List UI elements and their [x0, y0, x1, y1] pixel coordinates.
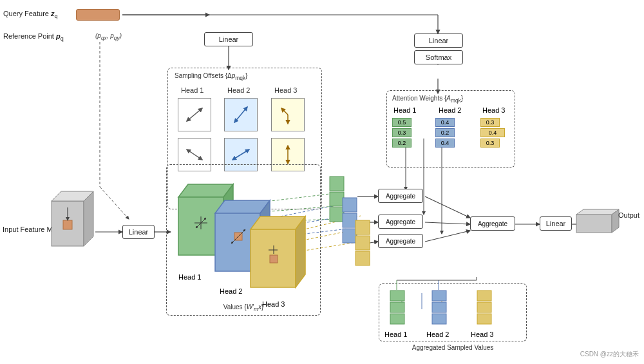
- linear-output: Linear: [540, 216, 572, 231]
- head2-arrow-box: [224, 98, 258, 131]
- svg-rect-48: [63, 220, 72, 229]
- svg-rect-72: [343, 198, 357, 212]
- aggregate-box-2: Aggregate: [378, 215, 423, 229]
- linear-top-center: Linear: [204, 32, 253, 46]
- head2-label-offsets: Head 2: [227, 86, 250, 94]
- attn-head2-label: Head 2: [439, 106, 461, 114]
- aggregate-box-right: Aggregate: [470, 216, 515, 231]
- agg-head3-label: Head 3: [471, 330, 493, 338]
- svg-rect-82: [390, 302, 404, 312]
- agg-head1-label: Head 1: [384, 330, 407, 338]
- svg-line-40: [194, 155, 202, 160]
- values-title: Values {W'mx}: [223, 303, 264, 312]
- aggregated-title: Aggregated Sampled Values: [412, 344, 494, 351]
- svg-marker-65: [296, 216, 305, 287]
- agg-head2-label: Head 2: [426, 330, 449, 338]
- ref-point-label: Reference Point pq: [3, 32, 64, 42]
- attn-head1-label: Head 1: [393, 106, 416, 114]
- sampled-col-yellow: [354, 219, 372, 277]
- svg-rect-69: [330, 177, 344, 191]
- svg-rect-86: [432, 314, 446, 324]
- diagram: Query Feature zq Reference Point pq (pqx…: [0, 0, 644, 364]
- linear-left: Linear: [122, 225, 155, 239]
- svg-line-27: [425, 231, 470, 242]
- svg-line-36: [234, 115, 241, 122]
- svg-line-25: [425, 196, 470, 218]
- svg-rect-88: [477, 302, 491, 312]
- head3-label-values: Head 3: [262, 300, 285, 308]
- head1-label-values: Head 1: [178, 273, 201, 281]
- svg-marker-47: [84, 191, 93, 246]
- attn-col-head1: 0.5 0.3 0.2: [392, 118, 412, 148]
- head3-plane: [244, 204, 321, 307]
- head3-arrow-box: [271, 98, 305, 131]
- aggregate-box-1: Aggregate: [378, 189, 423, 203]
- softmax-box: Softmax: [414, 50, 463, 64]
- svg-rect-75: [355, 220, 370, 235]
- svg-rect-76: [355, 236, 370, 250]
- agg-to-right-agg: [380, 277, 483, 296]
- values-container: Head 1 Head 2 Head 3 V: [166, 164, 321, 316]
- head1-arrow-box: [178, 98, 211, 131]
- query-feature-bar: [76, 9, 120, 21]
- ref-coords: (pqx, pqy): [95, 32, 122, 41]
- svg-line-39: [187, 149, 194, 155]
- svg-line-33: [194, 108, 202, 115]
- svg-rect-77: [355, 251, 370, 265]
- head3-label-offsets: Head 3: [274, 86, 297, 94]
- sampling-offsets-title: Sampling Offsets {Δpmqk}: [175, 72, 247, 81]
- head2-label-values: Head 2: [220, 287, 242, 295]
- svg-line-34: [187, 115, 194, 121]
- svg-line-7: [100, 187, 129, 219]
- attn-col-head2: 0.4 0.2 0.4: [435, 118, 455, 148]
- svg-rect-66: [270, 255, 278, 263]
- attn-col-head3: 0.3 0.4 0.3: [480, 118, 505, 148]
- svg-rect-89: [477, 314, 491, 324]
- attn-head3-label: Head 3: [482, 106, 505, 114]
- svg-rect-83: [390, 314, 404, 324]
- input-feature-map-3d: [45, 182, 97, 259]
- attention-weights-container: Attention Weights {Amqk} Head 1 Head 2 H…: [386, 90, 515, 168]
- arrows-overlay: [0, 0, 644, 364]
- output-label: Output: [618, 211, 639, 219]
- head1-label-offsets: Head 1: [181, 86, 204, 94]
- svg-line-37: [281, 108, 288, 115]
- svg-line-26: [425, 222, 470, 224]
- svg-line-35: [241, 107, 247, 115]
- watermark: CSDN @zz的大穗禾: [580, 350, 639, 359]
- attention-weights-title: Attention Weights {Amqk}: [392, 95, 463, 104]
- linear-top-right: Linear: [414, 34, 463, 48]
- query-feature-label: Query Feature zq: [3, 10, 58, 19]
- aggregate-box-3: Aggregate: [378, 234, 423, 248]
- svg-rect-78: [576, 215, 612, 233]
- svg-line-42: [232, 155, 241, 160]
- svg-line-41: [241, 149, 249, 155]
- svg-rect-85: [432, 302, 446, 312]
